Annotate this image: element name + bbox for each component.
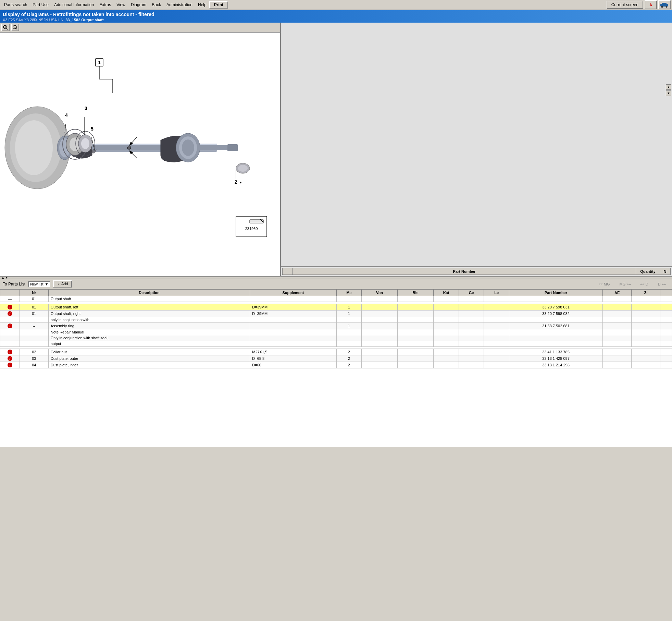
splitter-arrow-down[interactable]: ▼ bbox=[5, 276, 8, 279]
menu-diagram[interactable]: Diagram bbox=[128, 2, 149, 8]
row-partnum: 31 53 7 502 681 bbox=[509, 323, 602, 329]
diagram-panel: 1 2 3 4 5 bbox=[0, 23, 281, 276]
row-info-icon bbox=[0, 329, 20, 335]
add-button[interactable]: ✓ Add bbox=[53, 280, 72, 288]
row-desc: output bbox=[48, 341, 250, 347]
svg-point-31 bbox=[127, 146, 131, 149]
toolbar-btn-a[interactable]: A bbox=[645, 0, 657, 9]
menu-help[interactable]: Help bbox=[195, 2, 209, 8]
row-info-icon: — bbox=[0, 296, 20, 302]
th-scroll bbox=[660, 290, 672, 296]
table-row[interactable]: i 03 Dust plate, outer D=68,8 2 33 13 1 … bbox=[0, 355, 672, 362]
row-nr: 04 bbox=[20, 362, 48, 368]
table-row[interactable]: output bbox=[0, 341, 672, 347]
rth-quantity: Quantity bbox=[636, 268, 660, 275]
row-scroll-space bbox=[660, 296, 672, 302]
row-desc: Dust plate, inner bbox=[48, 362, 250, 368]
toolbar-btn-car[interactable] bbox=[658, 0, 671, 9]
parts-list-section: To Parts List New list ▼ ✓ Add «« MG MG … bbox=[0, 279, 672, 447]
table-row[interactable]: i 01 Output shaft, left D=39MM 1 33 20 7… bbox=[0, 304, 672, 310]
row-info-icon[interactable]: i bbox=[0, 304, 20, 310]
table-row[interactable]: only in conjunction with bbox=[0, 317, 672, 323]
row-zi bbox=[632, 335, 660, 341]
svg-point-34 bbox=[182, 139, 194, 156]
new-list-dropdown[interactable]: New list ▼ bbox=[28, 281, 50, 287]
info-icon[interactable]: i bbox=[8, 350, 12, 354]
nav-mg-back[interactable]: «« MG bbox=[595, 281, 613, 288]
zoom-out-icon bbox=[13, 25, 17, 30]
menu-part-use[interactable]: Part Use bbox=[30, 2, 51, 8]
table-row[interactable]: — 01 Output shaft bbox=[0, 296, 672, 302]
menu-extras[interactable]: Extras bbox=[97, 2, 114, 8]
row-info-icon bbox=[0, 335, 20, 341]
nav-d-forward[interactable]: D »» bbox=[655, 281, 669, 288]
scroll-up-right[interactable]: ▲ bbox=[666, 84, 671, 90]
menu-view[interactable]: View bbox=[114, 2, 128, 8]
row-info-icon[interactable]: i bbox=[0, 323, 20, 329]
row-supplement bbox=[250, 329, 336, 335]
row-supplement bbox=[250, 317, 336, 323]
rth-empty bbox=[283, 268, 293, 275]
row-scroll-space bbox=[660, 349, 672, 355]
row-desc: Assembly ring bbox=[48, 323, 250, 329]
row-bis bbox=[398, 304, 434, 310]
info-icon[interactable]: i bbox=[8, 305, 12, 309]
splitter-bar[interactable]: ▲ ▼ bbox=[0, 276, 672, 279]
row-ae bbox=[603, 317, 632, 323]
row-info-icon bbox=[0, 341, 20, 347]
scroll-down-right[interactable]: ▼ bbox=[666, 90, 671, 96]
th-ge: Ge bbox=[459, 290, 484, 296]
row-info-icon[interactable]: i bbox=[0, 355, 20, 362]
row-info-icon[interactable]: i bbox=[0, 310, 20, 317]
row-me: 2 bbox=[336, 362, 362, 368]
table-row[interactable]: i 01 Output shaft, right D=39MM 1 33 20 … bbox=[0, 310, 672, 317]
row-von bbox=[362, 304, 398, 310]
row-kat bbox=[434, 349, 459, 355]
row-zi bbox=[632, 362, 660, 368]
row-desc: Output shaft, right bbox=[48, 310, 250, 317]
table-row[interactable]: i -- Assembly ring 1 31 53 7 502 681 bbox=[0, 323, 672, 329]
row-ge bbox=[459, 355, 484, 362]
splitter-arrow-up[interactable]: ▲ bbox=[1, 276, 4, 279]
table-row[interactable]: Only in conjunction with shaft seal, bbox=[0, 335, 672, 341]
row-le bbox=[484, 355, 509, 362]
menu-print[interactable]: Print bbox=[209, 1, 228, 9]
info-icon[interactable]: i bbox=[8, 311, 12, 316]
diagram-area[interactable]: 1 2 3 4 5 bbox=[0, 33, 280, 276]
row-ge bbox=[459, 335, 484, 341]
table-row[interactable]: i 02 Collar nut M27X1,5 2 33 41 1 133 78… bbox=[0, 349, 672, 355]
svg-point-38 bbox=[238, 165, 248, 172]
row-ae bbox=[603, 323, 632, 329]
row-me: 1 bbox=[336, 323, 362, 329]
row-desc: Output shaft, left bbox=[48, 304, 250, 310]
row-ae bbox=[603, 341, 632, 347]
nav-d-back[interactable]: «« D bbox=[637, 281, 652, 288]
zoom-in-icon bbox=[3, 25, 8, 30]
svg-line-10 bbox=[16, 28, 17, 29]
menu-parts-search[interactable]: Parts search bbox=[1, 2, 30, 8]
zoom-out-button[interactable] bbox=[11, 24, 19, 31]
info-icon[interactable]: i bbox=[8, 356, 12, 361]
zoom-in-button[interactable] bbox=[1, 24, 10, 31]
row-ae bbox=[603, 335, 632, 341]
menu-administration[interactable]: Administration bbox=[164, 2, 195, 8]
menubar-right: Current screen A bbox=[607, 0, 671, 9]
row-von bbox=[362, 329, 398, 335]
row-le bbox=[484, 341, 509, 347]
nav-mg-forward[interactable]: MG »» bbox=[616, 281, 634, 288]
table-row[interactable]: i 04 Dust plate, inner D=60 2 33 13 1 21… bbox=[0, 362, 672, 368]
table-row[interactable]: Note Repair Manual bbox=[0, 329, 672, 335]
row-info-icon[interactable]: i bbox=[0, 349, 20, 355]
info-icon[interactable]: i bbox=[8, 363, 12, 367]
info-icon[interactable]: i bbox=[8, 324, 12, 328]
menu-back[interactable]: Back bbox=[149, 2, 164, 8]
th-kat: Kat bbox=[434, 290, 459, 296]
parts-table-container[interactable]: Nr Description Supplement Me Von Bis Kat… bbox=[0, 289, 672, 447]
parts-diagram-svg: 1 2 3 4 5 bbox=[3, 48, 277, 261]
table-header-row: Nr Description Supplement Me Von Bis Kat… bbox=[0, 290, 672, 296]
current-screen-button[interactable]: Current screen bbox=[607, 1, 643, 9]
menu-additional-info[interactable]: Additional Information bbox=[51, 2, 97, 8]
row-info-icon[interactable]: i bbox=[0, 362, 20, 368]
row-partnum: 33 13 1 214 298 bbox=[509, 362, 602, 368]
row-ge bbox=[459, 323, 484, 329]
